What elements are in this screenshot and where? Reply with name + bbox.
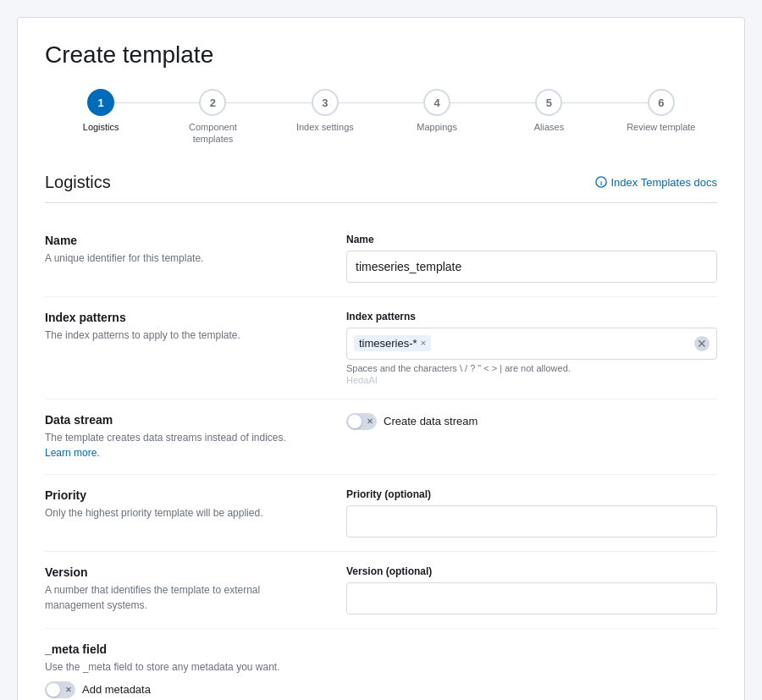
step-label-5: Aliases [534,121,564,133]
meta-left-label: _meta field [45,642,312,656]
index-patterns-left-label: Index patterns [45,311,312,324]
page-title: Create template [45,41,717,69]
docs-icon: i [595,176,607,188]
step-label-2: Component templates [189,121,237,146]
index-patterns-field-label: Index patterns [346,311,717,322]
step-3: 3 Index settings [269,89,381,133]
form-grid: Name A unique identifier for this templa… [45,220,717,700]
meta-toggle-label: Add metadata [82,683,151,696]
meta-left-desc: Use the _meta field to store any metadat… [45,659,312,675]
section-header: Logistics i Index Templates docs [45,173,717,203]
step-label-3: Index settings [296,121,354,133]
index-pattern-tag: timeseries-* × [354,335,431,351]
data-stream-left: Data stream The template creates data st… [45,400,333,475]
data-stream-toggle-label: Create data stream [384,415,478,427]
step-circle-3: 3 [312,89,339,116]
data-stream-left-desc: The template creates data streams instea… [45,430,312,460]
version-left: Version A number that identifies the tem… [45,552,333,629]
meta-toggle-row: ✕ Add metadata [45,681,312,698]
priority-left-desc: Only the highest priority template will … [45,505,312,521]
version-right: Version (optional) [333,552,717,629]
index-patterns-left-desc: The index patterns to apply to the templ… [45,328,312,343]
version-input[interactable] [346,582,717,615]
svg-text:i: i [599,179,601,187]
tag-input-clear-button[interactable]: ✕ [694,336,710,351]
meta-right [333,629,717,700]
step-circle-2: 2 [199,89,226,116]
data-stream-right: ✕ Create data stream [333,400,717,475]
docs-link-label: Index Templates docs [611,176,718,189]
index-patterns-left: Index patterns The index patterns to app… [45,297,333,400]
tag-value: timeseries-* [359,337,417,350]
index-patterns-watermark: HedaAI [346,375,717,385]
meta-toggle-knob [47,683,60,697]
name-input[interactable] [346,251,717,283]
step-2: 2 Component templates [157,89,268,146]
priority-left: Priority Only the highest priority templ… [45,475,333,552]
meta-toggle[interactable]: ✕ [45,681,75,698]
version-field-label: Version (optional) [346,565,717,577]
meta-left: _meta field Use the _meta field to store… [45,629,333,700]
name-left-desc: A unique identifier for this template. [45,251,312,266]
priority-field-label: Priority (optional) [346,488,717,500]
meta-toggle-x-icon: ✕ [65,686,72,694]
index-patterns-input[interactable]: timeseries-* × ✕ [346,328,717,360]
data-stream-toggle[interactable]: ✕ [346,413,377,430]
name-left: Name A unique identifier for this templa… [45,220,333,297]
step-1: 1 Logistics [45,89,157,133]
priority-input[interactable] [346,505,717,537]
step-label-1: Logistics [83,121,119,133]
step-4: 4 Mappings [381,89,493,133]
step-label-4: Mappings [417,121,457,133]
data-stream-toggle-row: ✕ Create data stream [346,413,717,430]
toggle-x-icon: ✕ [367,417,373,426]
docs-link[interactable]: i Index Templates docs [595,176,718,189]
stepper: 1 Logistics 2 Component templates 3 Inde… [45,89,717,146]
step-circle-6: 6 [648,89,675,116]
learn-more-link[interactable]: Learn more. [45,447,100,459]
step-circle-4: 4 [423,89,450,116]
step-circle-5: 5 [535,89,562,116]
step-6: 6 Review template [605,89,717,133]
step-5: 5 Aliases [493,89,605,133]
section-title: Logistics [45,173,111,192]
name-right: Name [333,220,717,297]
name-field-label: Name [346,234,717,245]
data-stream-left-label: Data stream [45,413,312,427]
tag-remove-button[interactable]: × [421,339,426,348]
name-left-label: Name [45,234,312,247]
version-left-desc: A number that identifies the template to… [45,582,312,613]
step-circle-1: 1 [87,89,114,116]
page-container: Create template 1 Logistics 2 Component … [17,17,745,700]
toggle-knob [348,415,362,428]
index-patterns-hint: Spaces and the characters \ / ? " < > | … [346,363,717,373]
version-left-label: Version [45,565,312,579]
step-label-6: Review template [627,121,695,133]
priority-right: Priority (optional) [333,475,717,552]
priority-left-label: Priority [45,488,312,502]
index-patterns-right: Index patterns timeseries-* × ✕ Spaces a… [333,297,717,400]
